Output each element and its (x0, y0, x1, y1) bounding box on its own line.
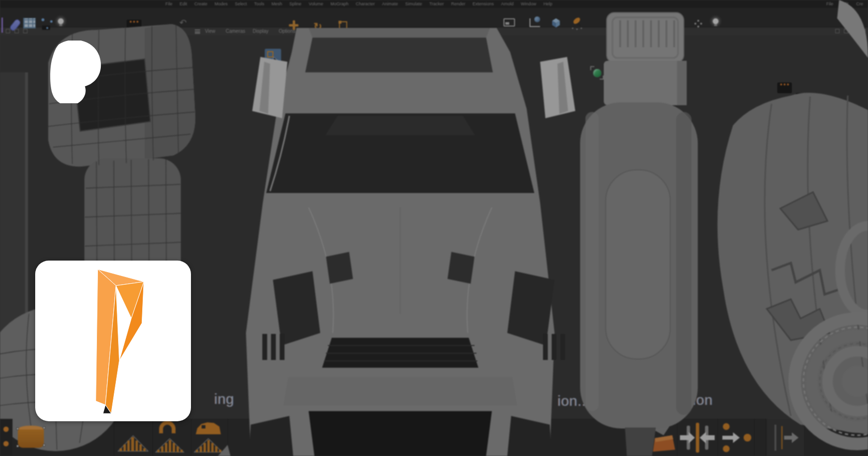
menu-item-help[interactable]: Help (543, 1, 553, 6)
dolly-view-icon[interactable] (844, 29, 848, 33)
patreon-logo (39, 41, 101, 103)
layout-grid-icon[interactable] (23, 18, 36, 28)
keyframe-settings-tile-icon-right[interactable] (814, 104, 828, 114)
rotate-view-icon[interactable] (853, 29, 857, 33)
cursor-arrow-icon (273, 56, 280, 64)
secondary-menu-items: File Edit Cre (826, 1, 868, 6)
weld-tool-icon[interactable] (679, 420, 716, 456)
patreon-blob-icon (39, 41, 101, 103)
menu-item-tracker[interactable]: Tracker (429, 1, 444, 6)
text-fragment-left: ing (214, 391, 234, 407)
frame-icon[interactable] (151, 29, 156, 33)
subdivision-surface-icon[interactable] (590, 66, 604, 80)
menu-item-edit-2[interactable]: Edit (841, 1, 849, 6)
keyframe-play-tile-icon-right[interactable] (796, 93, 810, 104)
palette-dots-icon[interactable] (0, 419, 13, 456)
iron-falloff-icon (194, 437, 223, 453)
viewport-light-bulb-icon[interactable] (713, 18, 719, 26)
light-bulb-icon[interactable] (58, 18, 64, 26)
menu-item-arnold[interactable]: Arnold (501, 1, 514, 6)
maximize-view-icon[interactable] (861, 29, 866, 33)
live-selection-tool-icon[interactable] (265, 49, 281, 65)
menu-item-spline[interactable]: Spline (289, 1, 301, 6)
keyframe-record-tile-icon-right[interactable] (777, 83, 792, 93)
patreon-cover: File Edit Create Modes Select Tools Mesh… (0, 0, 868, 456)
axis-dots-icon[interactable] (694, 20, 702, 27)
keyframe-settings-tile-icon[interactable] (161, 41, 175, 52)
falloff-profile-icon[interactable] (118, 434, 149, 452)
text-fragment-right: ction (681, 392, 713, 408)
menu-item-create[interactable]: Create (194, 1, 207, 6)
pan-view-icon[interactable] (835, 29, 840, 33)
menu-item-character[interactable]: Character (356, 1, 375, 6)
text-fragment-center: ion... (557, 393, 590, 409)
deformer-sphere-icon[interactable] (654, 20, 660, 27)
viewport-toggle-icon-3[interactable] (23, 29, 27, 33)
menu-item-edit[interactable]: Edit (180, 1, 188, 6)
menu-item-file-2[interactable]: File (826, 1, 833, 6)
viewport-toggle-icon-1[interactable] (6, 29, 10, 33)
viewport-menu-view[interactable]: View (205, 28, 216, 34)
menu-item-extensions[interactable]: Extensions (473, 1, 494, 6)
lock-icon[interactable] (160, 29, 164, 33)
menu-item-modes[interactable]: Modes (215, 1, 228, 6)
menu-bar: File Edit Create Modes Select Tools Mesh… (0, 0, 868, 8)
menu-item-window[interactable]: Window (521, 1, 536, 6)
iron-tool-icon[interactable] (196, 422, 221, 434)
menu-item-select[interactable]: Select (235, 1, 247, 6)
low-poly-p-logo (35, 261, 191, 421)
menu-item-file[interactable]: File (165, 1, 173, 6)
undo-icon[interactable]: ↶ (179, 18, 187, 27)
magnet-falloff-icon (155, 437, 184, 453)
add-cube-icon[interactable] (551, 18, 561, 28)
menu-item-animate[interactable]: Animate (382, 1, 398, 6)
creator-avatar-card[interactable] (35, 261, 191, 421)
viewport-menu-display[interactable]: Display (253, 28, 269, 34)
magnet-tool-icon[interactable] (159, 421, 176, 433)
menu-item-volume[interactable]: Volume (309, 1, 323, 6)
menu-items: File Edit Create Modes Select Tools Mesh… (0, 1, 553, 6)
menu-item-mesh[interactable]: Mesh (271, 1, 282, 6)
menu-item-create-2-truncated[interactable]: Cre (856, 1, 863, 6)
paint-bucket-icon[interactable] (651, 421, 676, 455)
menu-item-simulate[interactable]: Simulate (405, 1, 422, 6)
viewport-toggle-icon-2[interactable] (14, 29, 19, 33)
polygon-brush-icon[interactable] (17, 424, 44, 451)
slide-tool-icon[interactable] (719, 420, 754, 456)
move-arrow-panel-icon[interactable] (767, 419, 804, 456)
menu-item-tools[interactable]: Tools (254, 1, 264, 6)
render-view-icon[interactable] (503, 18, 515, 27)
viewport-menu-cameras[interactable]: Cameras (226, 28, 245, 34)
main-toolbar: ↶ ↻ (0, 8, 868, 28)
viewport-menu-bar: View Cameras Display Options (0, 28, 868, 35)
viewport-menu-options[interactable]: Options (279, 28, 295, 34)
menu-item-render[interactable]: Render (451, 1, 465, 6)
render-settings-icon[interactable] (529, 18, 540, 27)
menu-item-mograph[interactable]: MoGraph (330, 1, 349, 6)
viewport-hamburger-icon[interactable] (195, 29, 200, 34)
